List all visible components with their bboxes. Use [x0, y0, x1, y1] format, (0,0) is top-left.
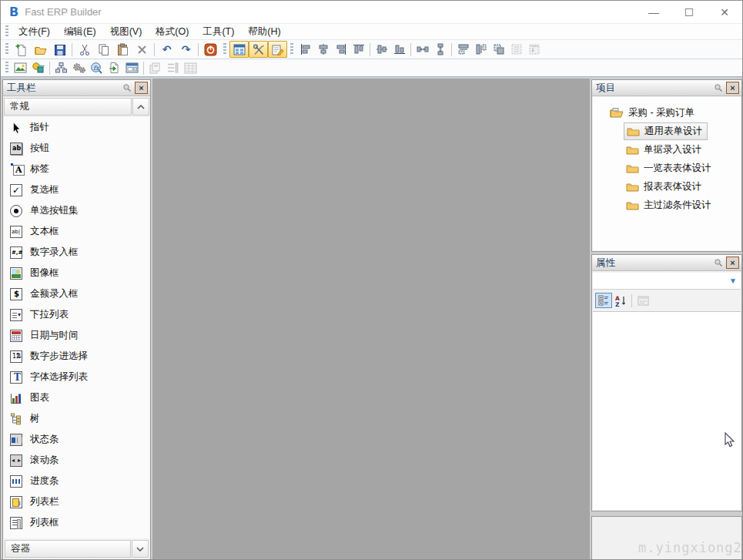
tool-item-textbox[interactable]: 文本框 [4, 221, 149, 242]
gripper[interactable] [5, 25, 8, 38]
object-selector[interactable]: ▼ [593, 273, 741, 290]
categorized-button[interactable] [595, 293, 612, 308]
space-across-button[interactable] [413, 42, 431, 57]
pin-icon[interactable] [711, 257, 725, 269]
menu-view[interactable]: 视图(V) [103, 25, 149, 39]
tool-item-scrollbar[interactable]: 滚动条 [4, 450, 149, 471]
function-search-button[interactable]: fx [88, 60, 105, 75]
gripper[interactable] [5, 43, 8, 55]
properties-toolbar: AZ [593, 290, 741, 310]
layers-button[interactable] [146, 60, 164, 75]
tree-item[interactable]: 单据录入设计 [593, 140, 741, 159]
align-middle-button[interactable] [373, 42, 390, 57]
align-left-button[interactable] [296, 42, 314, 57]
hierarchy-button[interactable] [52, 60, 70, 75]
pin-icon[interactable] [120, 82, 133, 94]
tool-item-checkbox[interactable]: 复选框 [4, 179, 149, 200]
components-button[interactable] [70, 60, 88, 75]
category-container[interactable]: 容器 [5, 540, 131, 558]
paste-button[interactable] [113, 41, 132, 58]
undo-button[interactable]: ↶ [157, 41, 176, 58]
tool-item-listbox[interactable]: 列表框 [4, 512, 149, 533]
toolbox-title-bar[interactable]: 工具栏 × [3, 80, 150, 96]
scroll-up-button[interactable] [132, 98, 149, 116]
menu-help[interactable]: 帮助(H) [241, 25, 287, 39]
align-top-button[interactable] [350, 42, 367, 57]
data-grid-button[interactable] [182, 60, 199, 75]
align-right-button[interactable] [332, 42, 350, 57]
close-button[interactable]: ✕ [707, 1, 742, 23]
menu-tools[interactable]: 工具(T) [196, 25, 241, 39]
toolbox-close-icon[interactable]: × [135, 82, 148, 94]
outline-button[interactable] [164, 60, 182, 75]
align-center-button[interactable] [314, 42, 332, 57]
design-canvas[interactable] [152, 79, 590, 560]
tool-item-pointer[interactable]: 指针 [4, 117, 149, 138]
form-designer-toggle[interactable] [268, 41, 287, 58]
tool-item-numeric-input[interactable]: 数字录入框 [4, 242, 149, 263]
tool-item-radio-group[interactable]: 单选按钮集 [4, 200, 149, 221]
category-general[interactable]: 常规 [4, 98, 132, 116]
tree-item[interactable]: 通用表单设计 [593, 122, 741, 140]
copy-button[interactable] [94, 41, 113, 58]
toolbox-panel-toggle[interactable] [229, 41, 249, 58]
scroll-down-button[interactable] [132, 540, 149, 558]
tool-item-dropdown-list[interactable]: 下拉列表 [4, 304, 149, 325]
export-page-button[interactable] [105, 60, 123, 75]
minimize-button[interactable]: — [636, 1, 671, 23]
size-to-grid-button[interactable] [507, 42, 525, 57]
gripper[interactable] [5, 62, 8, 74]
run-button[interactable] [201, 41, 220, 58]
tool-item-button[interactable]: 按钮 [4, 138, 149, 159]
same-size-button[interactable] [490, 42, 507, 57]
tool-item-spinner[interactable]: 数字步进选择 [4, 346, 149, 367]
tool-item-font-list[interactable]: 字体选择列表 [4, 367, 149, 387]
maximize-button[interactable]: ☐ [671, 1, 707, 23]
form-window-button[interactable] [123, 60, 141, 75]
menu-edit[interactable]: 编辑(E) [57, 25, 103, 39]
tree-item[interactable]: 报表表体设计 [593, 177, 741, 196]
cut-button[interactable] [75, 41, 94, 58]
menu-format[interactable]: 格式(O) [149, 25, 196, 39]
properties-grid[interactable] [593, 311, 741, 510]
properties-close-icon[interactable]: × [726, 257, 739, 269]
paste-icon [116, 43, 129, 56]
tool-item-currency-input[interactable]: 金额录入框 [4, 283, 149, 304]
tool-windows-toggle[interactable] [249, 41, 268, 58]
gripper[interactable] [290, 43, 293, 55]
property-pages-button[interactable] [634, 293, 651, 308]
sort-alphabetical-button[interactable]: AZ [612, 293, 629, 308]
object-library-button[interactable] [29, 60, 47, 75]
pin-icon[interactable] [711, 82, 725, 94]
snap-to-grid-button[interactable] [525, 42, 543, 57]
align-bottom-button[interactable] [390, 42, 408, 57]
tree-root[interactable]: 采购 - 采购订单 [593, 103, 741, 122]
gripper[interactable] [223, 43, 226, 55]
tree-item[interactable]: 主过滤条件设计 [593, 196, 741, 214]
tool-item-label-ctrl[interactable]: 标签 [4, 159, 149, 179]
save-button[interactable] [50, 41, 69, 58]
tree-item-chip: 报表表体设计 [624, 179, 706, 195]
delete-button[interactable] [132, 41, 152, 58]
properties-title-bar[interactable]: 属性 × [592, 255, 741, 271]
same-height-icon [475, 43, 487, 55]
open-button[interactable] [31, 41, 50, 58]
tool-item-tree[interactable]: 树 [4, 408, 149, 429]
project-close-icon[interactable]: × [726, 82, 739, 94]
same-width-icon [457, 43, 470, 55]
tool-item-statusbar[interactable]: 状态条 [4, 429, 149, 450]
tool-item-chart[interactable]: 图表 [4, 387, 149, 408]
menu-file[interactable]: 文件(F) [12, 25, 57, 39]
tool-item-image-box[interactable]: 图像框 [4, 263, 149, 283]
new-button[interactable] [12, 41, 31, 58]
redo-button[interactable]: ↷ [176, 41, 196, 58]
same-height-button[interactable] [472, 42, 490, 57]
space-down-button[interactable] [431, 42, 449, 57]
tool-item-listbar[interactable]: 列表栏 [4, 491, 149, 512]
tool-item-datetime[interactable]: 日期与时间 [4, 325, 149, 346]
tool-item-progressbar[interactable]: 进度条 [4, 471, 149, 491]
project-title-bar[interactable]: 项目 × [592, 80, 741, 96]
tree-item[interactable]: 一览表表体设计 [593, 159, 741, 177]
picture-button[interactable] [12, 60, 29, 75]
same-width-button[interactable] [454, 42, 472, 57]
